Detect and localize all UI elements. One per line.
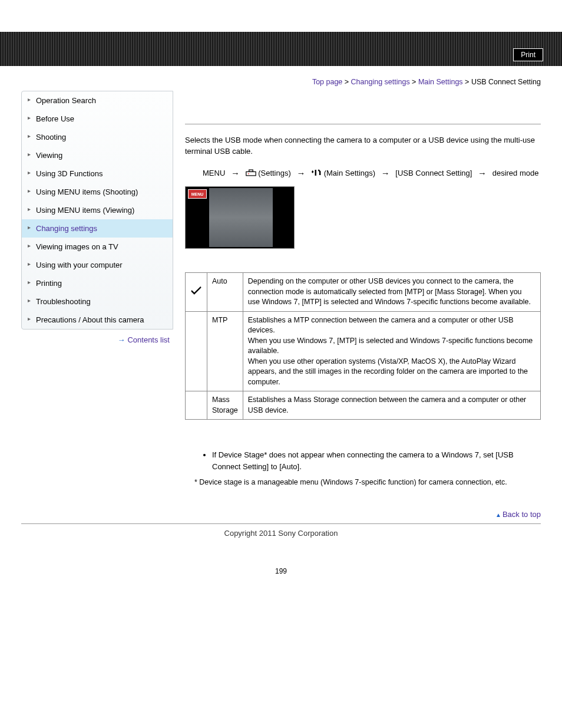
copyright: Copyright 2011 Sony Corporation <box>0 529 562 555</box>
svg-point-2 <box>247 173 249 174</box>
check-cell <box>186 391 207 420</box>
sidebar-item[interactable]: Using MENU items (Viewing) <box>22 201 173 219</box>
option-label: Mass Storage <box>207 391 243 420</box>
camera-screenshot: MENU <box>185 186 295 249</box>
back-to-top-wrap: ▲Back to top <box>0 510 562 523</box>
breadcrumb-sep: > <box>463 78 471 86</box>
footnote: * Device stage is a manageable menu (Win… <box>185 478 541 486</box>
breadcrumb-current: USB Connect Setting <box>471 78 541 86</box>
breadcrumb-top[interactable]: Top page <box>312 78 342 86</box>
wrench-icon <box>311 167 322 174</box>
header-band: Print <box>0 32 562 66</box>
sidebar-item[interactable]: Shooting <box>22 128 173 146</box>
svg-rect-0 <box>246 172 255 176</box>
option-desc: Establishes a MTP connection between the… <box>243 311 540 391</box>
table-row: AutoDepending on the computer or other U… <box>186 273 541 312</box>
toolbox-icon <box>246 167 256 174</box>
main-content: Selects the USB mode when connecting the… <box>185 91 541 510</box>
svg-rect-1 <box>249 170 253 172</box>
sidebar-item[interactable]: Viewing <box>22 146 173 164</box>
note-item: If Device Stage* does not appear when co… <box>212 449 541 472</box>
sidebar-item[interactable]: Viewing images on a TV <box>22 238 173 256</box>
sidebar-item[interactable]: Changing settings <box>22 219 173 238</box>
sidebar-item[interactable]: Troubleshooting <box>22 292 173 311</box>
notes-list: If Device Stage* does not appear when co… <box>185 449 541 472</box>
option-desc: Establishes a Mass Storage connection be… <box>243 391 540 420</box>
menu-tag: MENU <box>188 189 207 199</box>
divider <box>185 124 541 124</box>
intro-text: Selects the USB mode when connecting the… <box>185 135 541 157</box>
breadcrumb-sep: > <box>342 78 351 86</box>
sidebar-item[interactable]: Using MENU items (Shooting) <box>22 183 173 201</box>
sidebar-item[interactable]: Precautions / About this camera <box>22 311 173 329</box>
arrow-icon: → <box>231 168 240 178</box>
sidebar-item[interactable]: Using with your computer <box>22 256 173 274</box>
triangle-up-icon: ▲ <box>495 512 501 518</box>
screenshot-panel <box>209 188 273 247</box>
options-table: AutoDepending on the computer or other U… <box>185 272 541 420</box>
sidebar-item[interactable]: Printing <box>22 274 173 292</box>
menu-path: MENU → (Settings) → (Main Settings) → [U… <box>185 166 541 187</box>
checkmark-icon <box>190 289 202 297</box>
option-label: Auto <box>207 273 243 312</box>
nav-list: Operation SearchBefore UseShootingViewin… <box>21 91 173 330</box>
option-desc: Depending on the computer or other USB d… <box>243 273 540 312</box>
arrow-icon: → <box>381 168 390 178</box>
breadcrumb-sep: > <box>410 78 418 86</box>
main-settings-label: (Main Settings) <box>324 169 375 177</box>
arrow-right-icon: → <box>117 335 125 344</box>
sidebar-item[interactable]: Before Use <box>22 110 173 128</box>
page-number: 199 <box>0 555 562 587</box>
footer-divider <box>21 523 541 524</box>
breadcrumb-main-settings[interactable]: Main Settings <box>418 78 463 86</box>
check-cell <box>186 273 207 312</box>
contents-list-link-wrap: →Contents list <box>21 330 173 344</box>
desired-label: desired mode <box>492 169 539 177</box>
breadcrumb: Top page > Changing settings > Main Sett… <box>0 66 562 91</box>
sidebar-item[interactable]: Using 3D Functions <box>22 164 173 183</box>
table-row: Mass StorageEstablishes a Mass Storage c… <box>186 391 541 420</box>
usb-setting-label: [USB Connect Setting] <box>395 169 472 177</box>
menu-label: MENU <box>203 169 225 177</box>
contents-list-link[interactable]: Contents list <box>127 335 170 344</box>
sidebar: Operation SearchBefore UseShootingViewin… <box>21 91 173 510</box>
print-button[interactable]: Print <box>513 48 543 61</box>
arrow-icon: → <box>296 168 305 178</box>
option-label: MTP <box>207 311 243 391</box>
arrow-icon: → <box>478 168 487 178</box>
check-cell <box>186 311 207 391</box>
back-to-top-link[interactable]: Back to top <box>503 510 541 519</box>
sidebar-item[interactable]: Operation Search <box>22 91 173 110</box>
table-row: MTPEstablishes a MTP connection between … <box>186 311 541 391</box>
settings-label: (Settings) <box>258 169 291 177</box>
breadcrumb-changing[interactable]: Changing settings <box>351 78 410 86</box>
